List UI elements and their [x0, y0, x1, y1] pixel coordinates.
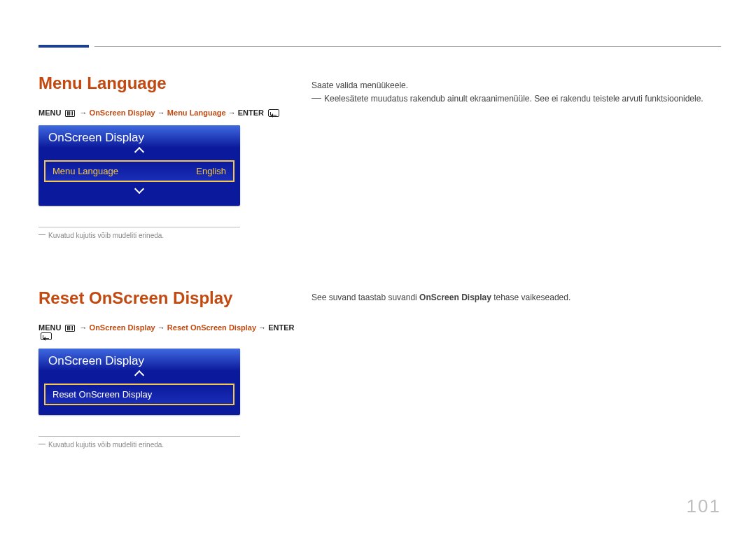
body-line-2: Keelesätete muudatus rakendub ainult ekr… — [312, 92, 721, 106]
osd-up-arrow-2[interactable] — [38, 371, 240, 384]
body-line-reset: See suvand taastab suvandi OnScreen Disp… — [312, 291, 721, 304]
path-menu-label-2: MENU — [38, 323, 61, 332]
osd-title-1: OnScreen Display — [38, 125, 240, 148]
body-line-1: Saate valida menüükeele. — [312, 79, 721, 92]
path-enter-label: ENTER — [238, 108, 264, 117]
osd-item-label-2: Reset OnScreen Display — [52, 389, 152, 400]
footnote-divider-2 — [38, 436, 240, 437]
dash-icon-2 — [38, 444, 46, 444]
enter-icon — [268, 109, 279, 117]
body-text-1: Saate valida menüükeele. Keelesätete muu… — [312, 73, 721, 239]
page-number: 101 — [687, 496, 721, 517]
menu-path-1: MENU → OnScreen Display → Menu Language … — [38, 108, 312, 117]
path-reset-osd: Reset OnScreen Display — [167, 323, 256, 332]
section-reset-osd: Reset OnScreen Display MENU → OnScreen D… — [38, 288, 721, 449]
dash-icon — [38, 234, 46, 235]
path-osd-2: OnScreen Display — [90, 323, 155, 332]
menu-path-2: MENU → OnScreen Display → Reset OnScreen… — [38, 323, 312, 340]
menu-grid-icon-2 — [65, 325, 75, 332]
path-enter-label-2: ENTER — [268, 323, 294, 332]
heading-reset-osd: Reset OnScreen Display — [38, 288, 312, 308]
header-accent-bar — [38, 45, 89, 48]
footnote-1: Kuvatud kujutis võib mudeliti erineda. — [38, 232, 312, 239]
header-divider — [94, 46, 721, 47]
footnote-divider-1 — [38, 227, 240, 227]
body-text-2: See suvand taastab suvandi OnScreen Disp… — [312, 288, 721, 449]
heading-menu-language: Menu Language — [38, 73, 312, 93]
path-menu-language: Menu Language — [167, 108, 226, 117]
enter-icon-2 — [41, 332, 52, 340]
path-osd: OnScreen Display — [90, 108, 155, 117]
osd-title-2: OnScreen Display — [38, 349, 240, 371]
osd-item-value: English — [196, 166, 226, 176]
path-menu-label: MENU — [38, 108, 61, 117]
osd-down-arrow-1[interactable] — [38, 183, 240, 199]
osd-item-menu-language[interactable]: Menu Language English — [44, 160, 234, 182]
osd-item-reset[interactable]: Reset OnScreen Display — [44, 384, 234, 405]
section-menu-language: Menu Language MENU → OnScreen Display → … — [38, 73, 721, 239]
osd-up-arrow-1[interactable] — [38, 148, 240, 160]
note-dash-icon — [312, 98, 321, 99]
footnote-2: Kuvatud kujutis võib mudeliti erineda. — [38, 441, 312, 449]
menu-grid-icon — [65, 110, 75, 117]
osd-panel-2: OnScreen Display Reset OnScreen Display — [38, 349, 240, 415]
osd-item-label: Menu Language — [52, 166, 118, 176]
osd-panel-1: OnScreen Display Menu Language English — [38, 125, 240, 206]
